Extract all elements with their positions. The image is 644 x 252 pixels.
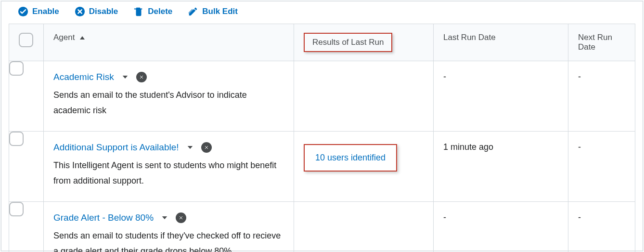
delete-label: Delete bbox=[148, 7, 172, 16]
disabled-status-icon bbox=[176, 212, 186, 223]
agents-panel: Enable Disable Delete Bulk Edit Agent bbox=[1, 1, 643, 251]
row-checkbox[interactable] bbox=[9, 132, 24, 146]
agent-menu-button[interactable] bbox=[121, 73, 129, 81]
next-run-cell: - bbox=[568, 201, 635, 252]
table-row: Grade Alert - Below 80% Sends an email t… bbox=[9, 201, 635, 252]
disabled-status-icon bbox=[201, 142, 212, 153]
agent-name-link[interactable]: Grade Alert - Below 80% bbox=[53, 212, 154, 223]
highlight-box-header: Results of Last Run bbox=[304, 33, 392, 52]
next-run-cell: - bbox=[568, 131, 635, 201]
agent-description: This Intelligent Agent is sent to studen… bbox=[53, 158, 284, 189]
enable-label: Enable bbox=[32, 7, 59, 16]
bulk-edit-label: Bulk Edit bbox=[202, 7, 238, 16]
results-link[interactable]: 10 users identified bbox=[315, 153, 386, 162]
delete-button[interactable]: Delete bbox=[133, 6, 172, 17]
last-run-cell: - bbox=[434, 61, 568, 132]
check-circle-icon bbox=[18, 6, 28, 17]
select-all-checkbox[interactable] bbox=[19, 33, 33, 47]
results-cell: 10 users identified bbox=[294, 131, 434, 201]
agent-description: Sends an email to students if they've ch… bbox=[53, 228, 284, 252]
results-cell bbox=[294, 201, 434, 252]
chevron-down-icon bbox=[160, 213, 169, 222]
select-all-header bbox=[9, 24, 44, 61]
bulk-edit-icon bbox=[188, 6, 198, 17]
agent-name-link[interactable]: Academic Risk bbox=[53, 72, 114, 82]
disabled-status-icon bbox=[136, 72, 147, 82]
agent-menu-button[interactable] bbox=[160, 213, 169, 222]
disable-label: Disable bbox=[89, 7, 118, 16]
next-run-cell: - bbox=[568, 61, 635, 132]
last-run-cell: - bbox=[434, 201, 568, 252]
next-run-column-header: Next Run Date bbox=[568, 24, 635, 61]
row-checkbox[interactable] bbox=[9, 202, 24, 216]
table-row: Academic Risk Sends an email to the stud… bbox=[9, 61, 635, 132]
toolbar: Enable Disable Delete Bulk Edit bbox=[1, 1, 643, 24]
x-circle-icon bbox=[75, 6, 85, 17]
table-row: Additional Support is Available! This In… bbox=[9, 131, 635, 201]
enable-button[interactable]: Enable bbox=[18, 6, 59, 17]
results-header-label: Results of Last Run bbox=[312, 38, 384, 47]
agent-column-header[interactable]: Agent bbox=[44, 24, 294, 61]
agent-name-link[interactable]: Additional Support is Available! bbox=[53, 142, 179, 153]
agent-description: Sends an email to the student's Advisor … bbox=[53, 87, 284, 119]
last-run-header-label: Last Run Date bbox=[443, 33, 496, 42]
chevron-down-icon bbox=[186, 143, 194, 152]
results-cell bbox=[294, 61, 434, 132]
results-column-header: Results of Last Run bbox=[294, 24, 434, 61]
last-run-cell: 1 minute ago bbox=[434, 131, 568, 201]
trash-icon bbox=[133, 6, 144, 17]
agent-menu-button[interactable] bbox=[186, 143, 194, 152]
last-run-column-header: Last Run Date bbox=[434, 24, 568, 61]
sort-asc-icon bbox=[80, 36, 85, 40]
chevron-down-icon bbox=[121, 73, 129, 81]
agent-header-label: Agent bbox=[53, 33, 75, 42]
highlight-box-result: 10 users identified bbox=[304, 144, 397, 172]
next-run-header-label: Next Run Date bbox=[578, 33, 612, 52]
disable-button[interactable]: Disable bbox=[75, 6, 118, 17]
row-checkbox[interactable] bbox=[9, 61, 24, 76]
agents-table: Agent Results of Last Run Last Run Date … bbox=[9, 24, 635, 252]
bulk-edit-button[interactable]: Bulk Edit bbox=[188, 6, 238, 17]
